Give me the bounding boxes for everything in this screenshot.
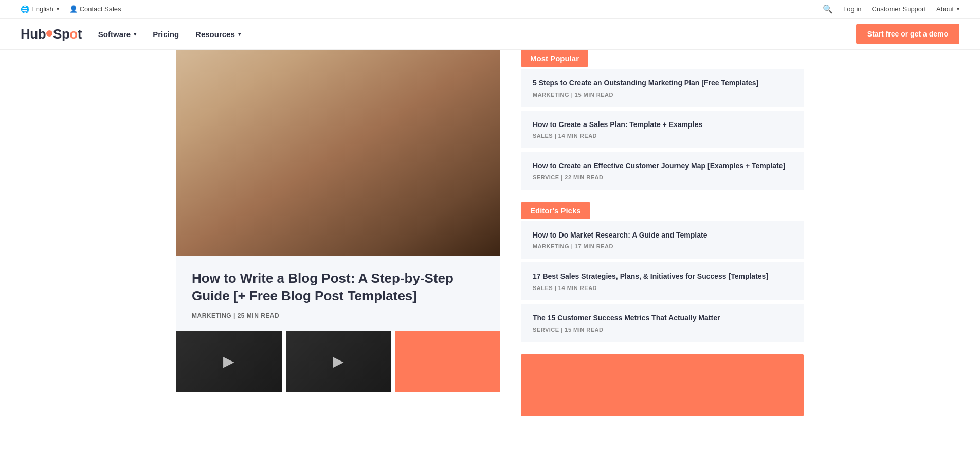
article-meta-3: SERVICE | 22 MIN READ — [533, 174, 793, 181]
editors-picks-list: How to Do Market Research: A Guide and T… — [521, 221, 804, 344]
article-title-2: How to Create a Sales Plan: Template + E… — [533, 120, 793, 130]
logo-o: o — [69, 26, 77, 42]
editors-pick-title-1: How to Do Market Research: A Guide and T… — [533, 230, 793, 241]
thumbnail-orange[interactable] — [395, 331, 500, 392]
resources-chevron-icon: ▾ — [238, 31, 241, 37]
language-chevron-icon: ▾ — [57, 6, 59, 12]
most-popular-header: Most Popular — [521, 50, 588, 67]
nav-software[interactable]: Software ▾ — [98, 30, 136, 39]
article-meta-2: SALES | 14 MIN READ — [533, 133, 793, 139]
thumbnail-dark-2[interactable] — [286, 331, 391, 392]
nav-resources[interactable]: Resources ▾ — [195, 30, 241, 39]
utility-left: English ▾ Contact Sales — [21, 5, 121, 13]
most-popular-article-3[interactable]: How to Create an Effective Customer Jour… — [521, 152, 804, 190]
editors-picks-header: Editor's Picks — [521, 202, 590, 219]
most-popular-list: 5 Steps to Create an Outstanding Marketi… — [521, 69, 804, 192]
editors-pick-title-3: The 15 Customer Success Metrics That Act… — [533, 313, 793, 323]
hubspot-logo[interactable]: HubSpot — [21, 26, 82, 42]
utility-bar: English ▾ Contact Sales 🔍 Log in Custome… — [0, 0, 980, 19]
editors-picks-section: Editor's Picks How to Do Market Research… — [521, 202, 804, 344]
nav-pricing[interactable]: Pricing — [153, 30, 179, 39]
editors-pick-article-3[interactable]: The 15 Customer Success Metrics That Act… — [521, 304, 804, 342]
editors-pick-meta-1: MARKETING | 17 MIN READ — [533, 243, 793, 249]
editors-pick-article-2[interactable]: 17 Best Sales Strategies, Plans, & Initi… — [521, 262, 804, 300]
editors-pick-meta-3: SERVICE | 15 MIN READ — [533, 327, 793, 333]
hero-article[interactable]: How to Write a Blog Post: A Step-by-Step… — [176, 50, 500, 331]
bottom-thumbnails-row — [176, 331, 500, 392]
editors-pick-meta-2: SALES | 14 MIN READ — [533, 285, 793, 291]
utility-right: 🔍 Log in Customer Support About ▾ — [823, 4, 959, 14]
globe-icon — [21, 5, 29, 13]
login-link[interactable]: Log in — [843, 5, 861, 13]
customer-support-link[interactable]: Customer Support — [872, 5, 927, 13]
editors-pick-article-1[interactable]: How to Do Market Research: A Guide and T… — [521, 221, 804, 259]
main-area: How to Write a Blog Post: A Step-by-Step… — [176, 50, 500, 416]
hero-image — [176, 50, 500, 256]
main-nav: HubSpot Software ▾ Pricing Resources ▾ S… — [0, 19, 980, 50]
hero-title: How to Write a Blog Post: A Step-by-Step… — [192, 270, 485, 305]
sidebar-orange-card[interactable] — [521, 354, 804, 416]
sidebar: Most Popular 5 Steps to Create an Outsta… — [500, 50, 804, 416]
most-popular-article-2[interactable]: How to Create a Sales Plan: Template + E… — [521, 111, 804, 149]
contact-sales-link[interactable]: Contact Sales — [69, 5, 121, 13]
search-button[interactable]: 🔍 — [823, 4, 833, 14]
about-chevron-icon: ▾ — [957, 6, 959, 12]
cta-button[interactable]: Start free or get a demo — [856, 24, 959, 44]
most-popular-section: Most Popular 5 Steps to Create an Outsta… — [521, 50, 804, 192]
article-meta-1: MARKETING | 15 MIN READ — [533, 92, 793, 98]
article-title-1: 5 Steps to Create an Outstanding Marketi… — [533, 78, 793, 88]
hero-caption: How to Write a Blog Post: A Step-by-Step… — [176, 256, 500, 331]
page-content: How to Write a Blog Post: A Step-by-Step… — [166, 50, 814, 416]
hero-meta: MARKETING | 25 MIN READ — [192, 312, 485, 319]
user-icon — [69, 5, 78, 13]
most-popular-article-1[interactable]: 5 Steps to Create an Outstanding Marketi… — [521, 69, 804, 107]
logo-dot — [46, 30, 52, 37]
article-title-3: How to Create an Effective Customer Jour… — [533, 161, 793, 171]
language-selector[interactable]: English ▾ — [21, 5, 59, 13]
software-chevron-icon: ▾ — [134, 31, 136, 37]
editors-pick-title-2: 17 Best Sales Strategies, Plans, & Initi… — [533, 272, 793, 282]
nav-left: HubSpot Software ▾ Pricing Resources ▾ — [21, 26, 241, 42]
thumbnail-dark[interactable] — [176, 331, 282, 392]
hero-image-overlay — [176, 50, 500, 256]
language-label: English — [31, 5, 53, 13]
about-link[interactable]: About ▾ — [936, 5, 959, 13]
